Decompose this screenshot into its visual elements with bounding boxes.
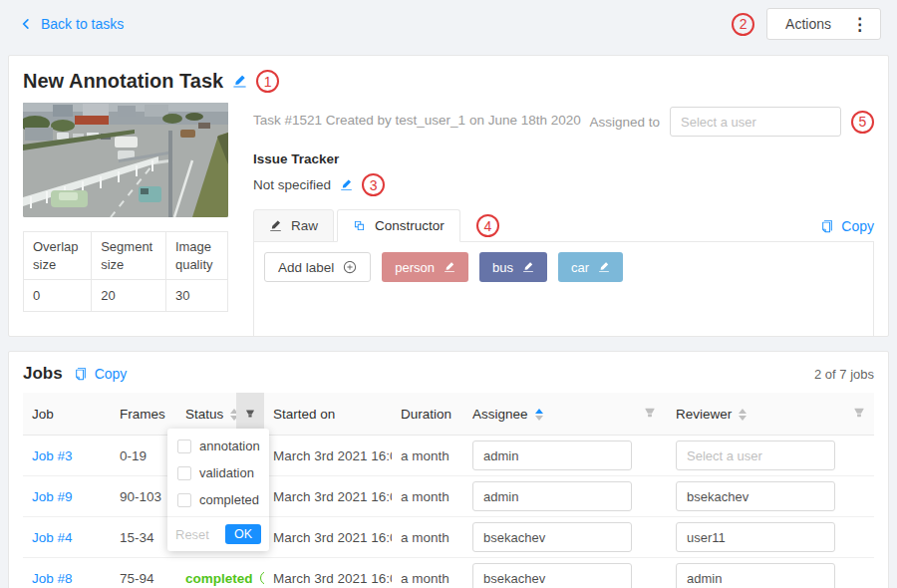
labels-copy-label: Copy bbox=[841, 218, 874, 234]
filter-option-annotation[interactable]: annotation bbox=[167, 433, 269, 459]
job-link[interactable]: Job #3 bbox=[32, 448, 73, 463]
assigned-to-select[interactable] bbox=[670, 107, 841, 137]
param-header-quality: Image quality bbox=[165, 232, 227, 280]
filter-icon[interactable] bbox=[853, 407, 865, 419]
jobs-copy-link[interactable]: Copy bbox=[74, 366, 128, 382]
assigned-to-group: Assigned to 5 bbox=[589, 107, 874, 137]
job-row-3: Job #3 0-19 March 3rd 2021 16:03 a month bbox=[23, 436, 874, 476]
assignee-select[interactable] bbox=[472, 441, 632, 470]
duration-cell: a month bbox=[392, 517, 463, 558]
column-header-assignee[interactable]: Assignee bbox=[463, 393, 635, 436]
top-bar: Back to tasks 2 Actions bbox=[0, 0, 897, 48]
sort-icon[interactable] bbox=[230, 409, 236, 421]
started-on-cell: March 3rd 2021 16:03 bbox=[264, 517, 392, 558]
assignee-select[interactable] bbox=[472, 563, 632, 588]
param-header-segment: Segment size bbox=[92, 232, 166, 280]
param-value-quality: 30 bbox=[165, 280, 227, 312]
column-header-started-on: Started on bbox=[264, 393, 392, 436]
edit-title-icon[interactable] bbox=[232, 74, 247, 89]
edit-label-icon[interactable] bbox=[598, 261, 610, 273]
back-to-tasks-link[interactable]: Back to tasks bbox=[20, 16, 124, 32]
sort-icon[interactable] bbox=[739, 409, 747, 421]
started-on-cell: March 3rd 2021 16:03 bbox=[264, 476, 392, 517]
job-link[interactable]: Job #4 bbox=[32, 530, 73, 545]
filter-option-validation[interactable]: validation bbox=[167, 459, 269, 486]
duration-cell: a month bbox=[392, 558, 463, 588]
issue-tracker-value-row: Not specified 3 bbox=[253, 173, 874, 196]
add-label-button[interactable]: Add label bbox=[264, 252, 371, 282]
status-completed: completed bbox=[185, 571, 264, 586]
labels-copy-link[interactable]: Copy bbox=[820, 218, 874, 234]
tab-constructor-label: Constructor bbox=[375, 218, 445, 233]
column-header-job: Job bbox=[23, 393, 111, 436]
label-chip-person[interactable]: person bbox=[382, 252, 468, 282]
assignee-select[interactable] bbox=[472, 522, 632, 552]
param-header-overlap: Overlap size bbox=[24, 232, 92, 280]
tab-constructor[interactable]: Constructor bbox=[337, 209, 460, 242]
status-completed-label: completed bbox=[185, 571, 253, 586]
task-page: Back to tasks 2 Actions New Annotation T… bbox=[0, 0, 897, 588]
label-chip-bus-name: bus bbox=[492, 260, 513, 275]
actions-button[interactable]: Actions bbox=[766, 8, 881, 40]
issue-tracker-value: Not specified bbox=[253, 177, 331, 192]
filter-icon[interactable] bbox=[245, 399, 255, 429]
filter-option-completed[interactable]: completed bbox=[167, 486, 269, 513]
checkbox[interactable] bbox=[177, 466, 191, 480]
jobs-table: Job Frames Status Started on Duration As… bbox=[23, 393, 874, 588]
reviewer-select[interactable] bbox=[676, 481, 835, 511]
param-value-segment: 20 bbox=[92, 280, 166, 312]
filter-icon[interactable] bbox=[644, 407, 656, 419]
copy-icon bbox=[820, 219, 834, 233]
task-title: New Annotation Task bbox=[23, 70, 223, 93]
filter-reset-button[interactable]: Reset bbox=[175, 527, 209, 542]
topbar-right: 2 Actions bbox=[732, 8, 881, 40]
label-chip-car-name: car bbox=[571, 260, 589, 275]
tab-raw[interactable]: Raw bbox=[253, 209, 334, 242]
label-chip-car[interactable]: car bbox=[558, 252, 623, 282]
filter-option-completed-label: completed bbox=[199, 492, 259, 507]
chevron-left-icon bbox=[20, 18, 32, 30]
question-circle-icon[interactable] bbox=[260, 571, 264, 585]
jobs-table-header-row: Job Frames Status Started on Duration As… bbox=[23, 393, 874, 436]
edit-label-icon[interactable] bbox=[444, 261, 455, 273]
callout-5: 5 bbox=[851, 111, 874, 134]
edit-label-icon[interactable] bbox=[522, 261, 534, 273]
reviewer-select[interactable] bbox=[676, 563, 835, 588]
edit-issue-tracker-icon[interactable] bbox=[340, 178, 353, 191]
reviewer-select[interactable] bbox=[676, 441, 835, 470]
plus-circle-icon bbox=[343, 260, 357, 274]
reviewer-filter-cell[interactable] bbox=[844, 393, 874, 436]
jobs-copy-label: Copy bbox=[95, 366, 128, 382]
jobs-count: 2 of 7 jobs bbox=[814, 367, 874, 382]
traffic-scene-image bbox=[23, 103, 228, 217]
callout-1: 1 bbox=[256, 70, 279, 93]
job-link[interactable]: Job #8 bbox=[32, 571, 73, 586]
jobs-header: Jobs Copy 2 of 7 jobs bbox=[23, 364, 874, 384]
add-label-button-label: Add label bbox=[278, 260, 334, 275]
task-parameters-table: Overlap size Segment size Image quality … bbox=[23, 231, 228, 312]
pencil-icon bbox=[269, 219, 282, 232]
label-chip-bus[interactable]: bus bbox=[479, 252, 547, 282]
filter-option-validation-label: validation bbox=[199, 465, 254, 480]
job-link[interactable]: Job #9 bbox=[32, 489, 73, 504]
filter-ok-button[interactable]: OK bbox=[225, 524, 261, 544]
frames-cell: 75-94 bbox=[111, 558, 176, 588]
sort-icon-ascending[interactable] bbox=[535, 409, 543, 421]
param-value-overlap: 0 bbox=[24, 280, 92, 312]
actions-button-label: Actions bbox=[767, 16, 845, 32]
assignee-filter-cell[interactable] bbox=[635, 393, 667, 436]
checkbox[interactable] bbox=[177, 493, 191, 507]
tab-raw-label: Raw bbox=[291, 218, 318, 233]
back-to-tasks-label: Back to tasks bbox=[41, 16, 124, 32]
label-chip-person-name: person bbox=[395, 260, 435, 275]
column-header-reviewer[interactable]: Reviewer bbox=[667, 393, 844, 436]
checkbox[interactable] bbox=[177, 440, 191, 453]
block-icon bbox=[353, 219, 366, 232]
assigned-to-label: Assigned to bbox=[589, 115, 660, 130]
reviewer-select[interactable] bbox=[676, 522, 835, 552]
callout-2: 2 bbox=[732, 13, 754, 36]
labels-tabs-row: Raw Constructor 4 Copy bbox=[253, 209, 874, 242]
kebab-menu-icon[interactable] bbox=[845, 16, 880, 33]
assignee-select[interactable] bbox=[472, 481, 632, 511]
job-row-4: Job #4 15-34 March 3rd 2021 16:03 a mont… bbox=[23, 517, 874, 558]
